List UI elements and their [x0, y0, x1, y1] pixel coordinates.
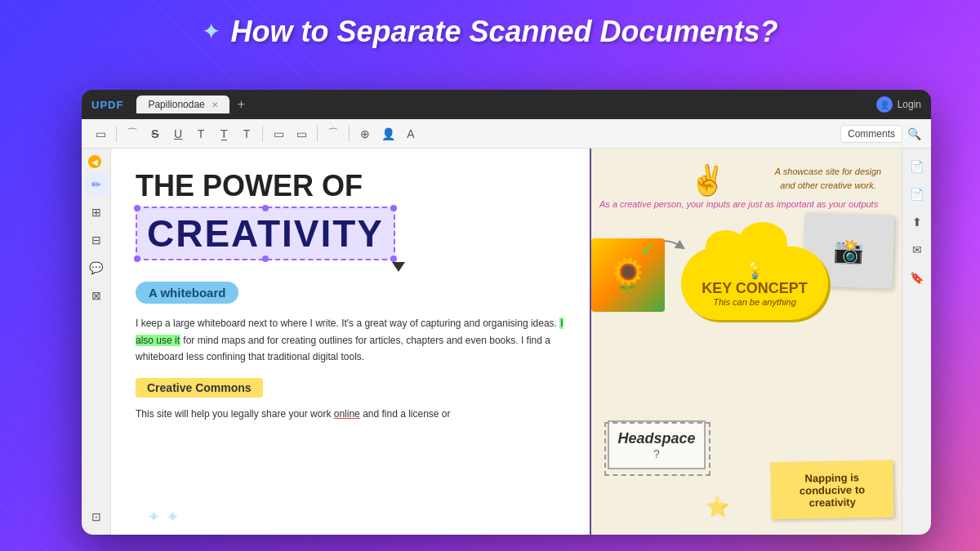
cursor-indicator — [392, 262, 405, 272]
toolbar-separator4 — [349, 126, 350, 142]
toolbar-rect2-icon[interactable]: ▭ — [292, 125, 310, 143]
tab-label: Papilionodae — [148, 99, 204, 110]
doc-left-panel: THE POWER OF CREATIVITY A whiteboard — [111, 149, 590, 535]
headspace-label: Headspace — [617, 430, 695, 447]
key-concept-sub: This can be anything — [713, 297, 796, 307]
key-concept-cloud: 💡 KEY CONCEPT This can be anything — [681, 247, 828, 320]
tab-area: Papilionodae ✕ + — [136, 96, 250, 113]
title-bar: UPDF Papilionodae ✕ + 👤 Login — [82, 90, 931, 119]
sidebar-icon-pages[interactable]: ⊠ — [85, 284, 108, 307]
bulb-icon: 💡 — [745, 260, 765, 280]
selection-handle-bl — [134, 256, 140, 262]
page-title: How to Separate Scanned Documents? — [230, 15, 777, 49]
toolbar-shape-icon[interactable]: ⌒ — [123, 125, 141, 143]
doc-body-text: I keep a large whiteboard next to where … — [136, 315, 565, 365]
toolbar-rect-icon[interactable]: ▭ — [270, 125, 287, 143]
active-tab[interactable]: Papilionodae ✕ — [136, 96, 229, 113]
toolbar-separator3 — [317, 126, 318, 142]
toolbar-separator — [116, 126, 117, 142]
sparkle-icon: ✦ — [202, 20, 220, 43]
tab-add-icon[interactable]: + — [233, 97, 250, 112]
creativity-selection-box: CREATIVITY — [136, 207, 395, 260]
toolbar: ▭ ⌒ S U T T̲ T ▭ ▭ ⌒ ⊕ 👤 A Comments 🔍 — [82, 119, 931, 149]
toolbar-strikethrough-icon[interactable]: S — [146, 125, 164, 143]
star-decoration: ⭐ — [706, 495, 730, 518]
comments-button[interactable]: Comments — [840, 125, 902, 143]
right-sidebar-icon-save[interactable]: 📄 — [906, 155, 929, 178]
user-avatar: 👤 — [876, 96, 893, 113]
headspace-question: ? — [653, 447, 660, 460]
creative-commons-badge: Creative Commons — [136, 378, 263, 398]
doc-right-panel: ✌️ A showcase site for design and other … — [591, 149, 902, 535]
right-sidebar-icon-upload[interactable]: ⬆ — [906, 211, 929, 233]
right-sidebar-icon-mail[interactable]: ✉ — [906, 238, 929, 261]
right-sidebar-icon-bookmark[interactable]: 🔖 — [906, 266, 929, 289]
selection-handle-bm — [262, 256, 269, 262]
main-area: ◀ ✏ ⊞ ⊟ 💬 ⊠ ⊡ THE POWER OF CREATIVITY — [82, 149, 931, 535]
whiteboard-badge: A whiteboard — [136, 282, 238, 304]
sidebar-collapse-button[interactable]: ◀ — [88, 155, 101, 168]
login-button[interactable]: 👤 Login — [876, 96, 921, 113]
toolbar-font-icon[interactable]: A — [402, 125, 420, 143]
key-concept-label: KEY CONCEPT — [702, 280, 808, 297]
sidebar-icon-comment[interactable]: 💬 — [85, 256, 108, 279]
right-sidebar-icon-export[interactable]: 📄 — [906, 183, 929, 206]
selection-handle-tl — [134, 205, 140, 211]
highlighted-text: I also use it — [136, 318, 564, 345]
svg-text:↙: ↙ — [640, 237, 657, 259]
toolbar-box-icon[interactable]: ⊕ — [356, 125, 374, 143]
login-label: Login — [898, 99, 921, 110]
page-header: ✦ How to Separate Scanned Documents? — [0, 0, 980, 57]
napping-note: Napping is conducive to creativity — [770, 460, 893, 520]
right-sidebar: 📄 📄 ⬆ ✉ 🔖 — [902, 149, 931, 535]
toolbar-user-icon[interactable]: 👤 — [379, 125, 397, 143]
bg-star-decoration: ✦ ✦ — [147, 507, 180, 527]
sidebar-icon-view[interactable]: ⊞ — [85, 201, 108, 224]
creativity-quote: A showcase site for design and other cre… — [771, 165, 885, 192]
toolbar-arrow-icon[interactable]: ⌒ — [324, 125, 342, 143]
toolbar-type-icon[interactable]: T — [192, 125, 210, 143]
toolbar-text-icon[interactable]: ▭ — [91, 125, 109, 143]
doc-body-text2: This site will help you legally share yo… — [136, 406, 565, 422]
sidebar-icon-tools[interactable]: ⊟ — [85, 229, 108, 251]
left-sidebar: ◀ ✏ ⊞ ⊟ 💬 ⊠ ⊡ — [82, 149, 111, 535]
tab-close-icon[interactable]: ✕ — [212, 100, 218, 109]
key-concept-container: 💡 KEY CONCEPT This can be anything — [681, 247, 828, 320]
doc-main-title-line1: THE POWER OF — [136, 168, 565, 203]
toolbar-underline-icon[interactable]: U — [169, 125, 187, 143]
creative-quote-text: As a creative person, your inputs are ju… — [599, 198, 878, 211]
updf-logo: UPDF — [91, 99, 123, 111]
toolbar-type3-icon[interactable]: T — [238, 125, 256, 143]
app-window: UPDF Papilionodae ✕ + 👤 Login ▭ ⌒ S U T … — [82, 90, 931, 535]
underlined-text: online — [334, 408, 360, 420]
toolbar-type2-icon[interactable]: T̲ — [215, 125, 233, 143]
sidebar-icon-edit[interactable]: ✏ — [85, 173, 108, 196]
peace-hand-icon: ✌️ — [689, 163, 726, 198]
creativity-text: CREATIVITY — [147, 212, 384, 255]
headspace-box: Headspace ? — [608, 420, 706, 469]
selection-handle-tm — [262, 205, 269, 211]
search-icon[interactable]: 🔍 — [907, 127, 921, 140]
sidebar-icon-layers[interactable]: ⊡ — [85, 505, 108, 528]
selection-handle-tr — [390, 205, 397, 211]
toolbar-separator2 — [262, 126, 263, 142]
selection-handle-br — [390, 256, 397, 262]
